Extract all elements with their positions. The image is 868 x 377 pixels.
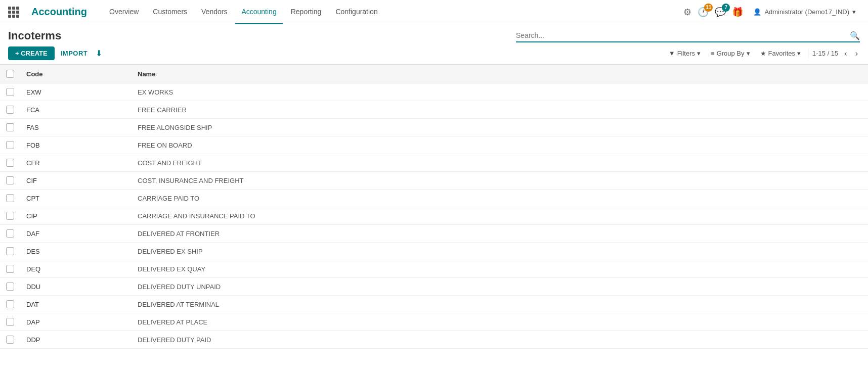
user-menu[interactable]: 👤 Administrator (Demo17_IND) ▾ [749, 6, 860, 18]
row-checkbox[interactable] [6, 212, 14, 220]
row-checkbox[interactable] [6, 300, 14, 308]
row-code: DAT [20, 296, 132, 313]
table-row[interactable]: CFR COST AND FREIGHT [0, 154, 868, 172]
table-row[interactable]: DDP DELIVERED DUTY PAID [0, 331, 868, 349]
page-title: Incoterms [8, 29, 61, 42]
download-icon[interactable]: ⬇ [94, 46, 104, 60]
nav-overview[interactable]: Overview [103, 0, 145, 24]
nav-vendors[interactable]: Vendors [195, 0, 233, 24]
row-name: DELIVERED EX SHIP [132, 243, 868, 260]
row-name: CARRIAGE AND INSURANCE PAID TO [132, 207, 868, 225]
row-name: COST AND FREIGHT [132, 154, 868, 172]
table-row[interactable]: CIP CARRIAGE AND INSURANCE PAID TO [0, 207, 868, 225]
table-row[interactable]: FCA FREE CARRIER [0, 101, 868, 119]
row-checkbox-cell [0, 331, 20, 349]
table-row[interactable]: DAP DELIVERED AT PLACE [0, 313, 868, 331]
row-checkbox-cell [0, 225, 20, 243]
row-name: DELIVERED AT FRONTIER [132, 225, 868, 243]
activity-badge: 11 [704, 4, 713, 12]
prev-page-button[interactable]: ‹ [842, 48, 849, 59]
row-checkbox[interactable] [6, 194, 14, 202]
row-code: DES [20, 243, 132, 260]
row-name: CARRIAGE PAID TO [132, 190, 868, 207]
row-name: COST, INSURANCE AND FREIGHT [132, 172, 868, 190]
search-icon[interactable]: 🔍 [850, 31, 860, 40]
main-nav: Overview Customers Vendors Accounting Re… [103, 0, 671, 24]
row-checkbox-cell [0, 260, 20, 278]
row-checkbox-cell [0, 119, 20, 136]
groupby-button[interactable]: ≡ Group By ▾ [708, 48, 753, 59]
settings-icon[interactable]: ⚙ [683, 7, 691, 18]
row-checkbox-cell [0, 296, 20, 313]
nav-accounting[interactable]: Accounting [235, 0, 282, 24]
select-all-checkbox[interactable] [6, 70, 14, 78]
messages-icon[interactable]: 💬 7 [715, 7, 726, 18]
row-code: EXW [20, 83, 132, 101]
nav-customers[interactable]: Customers [147, 0, 193, 24]
favorites-button[interactable]: ★ Favorites ▾ [757, 48, 804, 59]
table-row[interactable]: DES DELIVERED EX SHIP [0, 243, 868, 260]
nav-reporting[interactable]: Reporting [285, 0, 328, 24]
updates-icon[interactable]: 🎁 [732, 7, 743, 18]
row-name: DELIVERED EX QUAY [132, 260, 868, 278]
row-checkbox[interactable] [6, 265, 14, 273]
row-code: DAF [20, 225, 132, 243]
topbar-actions: ⚙ 🕐 11 💬 7 🎁 👤 Administrator (Demo17_IND… [683, 6, 860, 18]
row-code: FAS [20, 119, 132, 136]
row-checkbox[interactable] [6, 318, 14, 326]
row-name: FREE ALONGSIDE SHIP [132, 119, 868, 136]
table-row[interactable]: CIF COST, INSURANCE AND FREIGHT [0, 172, 868, 190]
table-row[interactable]: DAF DELIVERED AT FRONTIER [0, 225, 868, 243]
header-checkbox-cell [0, 65, 20, 83]
header-code: Code [20, 65, 132, 83]
table-row[interactable]: FOB FREE ON BOARD [0, 136, 868, 154]
table-row[interactable]: DAT DELIVERED AT TERMINAL [0, 296, 868, 313]
filter-icon: ▼ [669, 50, 675, 57]
table-row[interactable]: FAS FREE ALONGSIDE SHIP [0, 119, 868, 136]
row-checkbox-cell [0, 83, 20, 101]
row-checkbox[interactable] [6, 88, 14, 96]
table-row[interactable]: DDU DELIVERED DUTY UNPAID [0, 278, 868, 296]
row-name: DELIVERED AT TERMINAL [132, 296, 868, 313]
search-bar: 🔍 [516, 29, 860, 42]
row-checkbox[interactable] [6, 176, 14, 184]
row-checkbox-cell [0, 207, 20, 225]
header-name: Name [132, 65, 868, 83]
row-code: DDU [20, 278, 132, 296]
row-name: EX WORKS [132, 83, 868, 101]
row-checkbox[interactable] [6, 106, 14, 114]
row-checkbox-cell [0, 172, 20, 190]
nav-configuration[interactable]: Configuration [329, 0, 383, 24]
pagination-info: 1-15 / 15 [812, 50, 838, 57]
favorites-chevron-icon: ▾ [797, 50, 801, 57]
row-code: DAP [20, 313, 132, 331]
row-checkbox-cell [0, 136, 20, 154]
activity-icon[interactable]: 🕐 11 [698, 7, 709, 18]
row-checkbox[interactable] [6, 141, 14, 149]
user-label: Administrator (Demo17_IND) [764, 8, 849, 16]
toolbar: + CREATE IMPORT ⬇ ▼ Filters ▾ ≡ Group By… [0, 42, 868, 64]
row-checkbox[interactable] [6, 229, 14, 238]
create-button[interactable]: + CREATE [8, 46, 55, 60]
import-button[interactable]: IMPORT [59, 46, 90, 60]
row-checkbox[interactable] [6, 159, 14, 167]
table-row[interactable]: CPT CARRIAGE PAID TO [0, 190, 868, 207]
row-checkbox-cell [0, 190, 20, 207]
apps-menu-icon[interactable] [8, 7, 19, 18]
filters-button[interactable]: ▼ Filters ▾ [666, 48, 704, 59]
row-checkbox-cell [0, 278, 20, 296]
row-checkbox[interactable] [6, 282, 14, 291]
row-checkbox[interactable] [6, 247, 14, 255]
table-row[interactable]: DEQ DELIVERED EX QUAY [0, 260, 868, 278]
subheader: Incoterms 🔍 [0, 24, 868, 42]
toolbar-divider [808, 49, 808, 59]
row-checkbox[interactable] [6, 123, 14, 131]
search-input[interactable] [516, 29, 850, 41]
row-checkbox[interactable] [6, 336, 14, 344]
table-row[interactable]: EXW EX WORKS [0, 83, 868, 101]
row-code: CPT [20, 190, 132, 207]
next-page-button[interactable]: › [853, 48, 860, 59]
row-name: DELIVERED AT PLACE [132, 313, 868, 331]
groupby-chevron-icon: ▾ [747, 50, 750, 57]
messages-badge: 7 [722, 4, 730, 12]
